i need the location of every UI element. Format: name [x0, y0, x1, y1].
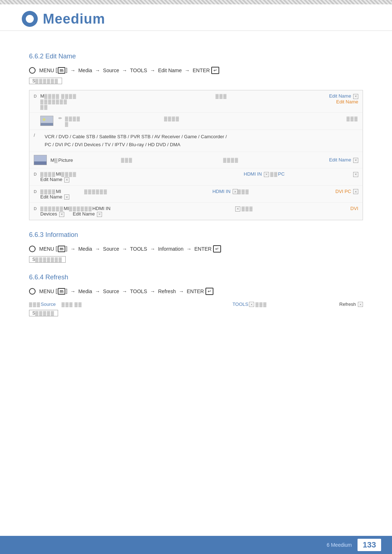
arrow-5b: →	[186, 246, 191, 252]
tools-word-2: TOOLS	[130, 246, 147, 252]
menu-path-664: MENU [m] → Media → Source → TOOLS → Refr…	[29, 288, 363, 295]
options-prefix: /	[34, 133, 45, 138]
row-content-2: ▓▓▓▓MI ▓▓▓▓▓▓ Edit Name ✕	[40, 189, 126, 200]
media-word-2: Media	[78, 246, 92, 252]
arrow-1: →	[70, 67, 75, 73]
footer: 6 Meedium 133	[0, 536, 392, 554]
menu-path-663: MENU [m] → Media → Source → TOOLS → Info…	[29, 245, 363, 253]
refresh-word: Refresh	[158, 288, 176, 294]
svg-rect-4	[34, 161, 46, 165]
svg-rect-1	[41, 123, 53, 126]
x-icon: ✕	[233, 189, 238, 194]
x-icon: ✕	[64, 194, 69, 200]
extra-blurred: ▓▓▓▓▓▓	[84, 189, 108, 194]
enter-word-2: ENTER	[194, 246, 211, 252]
circle-o-icon	[29, 67, 36, 74]
row-prefix-d1: D	[34, 171, 40, 176]
information-word: Information	[158, 246, 183, 252]
edit-name-value-1: Edit Name	[336, 99, 358, 104]
row-col1-sub: ▓▓▓▓▓▓▓	[40, 99, 99, 104]
editname-word: Edit Name	[158, 67, 181, 73]
options-row: / VCR / DVD / Cable STB / Satellite STB …	[29, 130, 363, 152]
screen-label-664: S▓▓▓▓▓	[29, 310, 363, 316]
menu-word-2: MENU	[39, 246, 54, 252]
main-content: 6.6.2 Edit Name MENU [m] → Media → Sourc…	[0, 31, 392, 344]
x-icon: ✕	[249, 302, 254, 307]
enter-icon-3: ↵	[205, 288, 213, 295]
tv-svg	[34, 155, 46, 165]
app-title: Meedium	[43, 11, 105, 27]
screen-label-663: S▓▓▓▓▓▓▓	[29, 256, 363, 263]
hdmi-in-text-2: HDMI IN ✕▓▓▓	[212, 189, 249, 194]
logo-inner	[26, 15, 34, 23]
options-content: VCR / DVD / Cable STB / Satellite STB / …	[45, 133, 227, 149]
x-icon: ✕	[353, 172, 358, 177]
refresh-col2: ▓▓▓ ▓▓	[61, 301, 82, 307]
arrow-3b: →	[122, 246, 127, 252]
enter-icon-2: ↵	[213, 245, 221, 253]
edit-name-label-1: Edit Name ✕	[329, 93, 358, 99]
logo-icon	[22, 11, 38, 27]
svg-point-2	[43, 118, 46, 121]
table-row: D ▓▓▓▓▓▓MI▓▓▓▓▓▓HDMI IN Devices ✕ Edit N…	[29, 203, 363, 220]
media-word: Media	[78, 67, 92, 73]
edit-name-sub3: Edit Name ✕	[73, 211, 102, 217]
x-col: ✕	[352, 171, 358, 177]
pic-col3: ▓▓▓▓	[223, 157, 239, 163]
section-662-heading: 6.6.2 Edit Name	[29, 53, 363, 60]
picture-main-row: M▓Picture ▓▓▓ ▓▓▓▓ Edit Name ✕	[29, 152, 363, 168]
menu-path-662: MENU [m] → Media → Source → TOOLS → Edit…	[29, 67, 363, 74]
source-word-3: Source	[103, 288, 119, 294]
menu-bracket-3: [m]	[56, 288, 67, 295]
mid-col: ▓▓▓▓	[164, 116, 180, 121]
dvi-col: DVI	[350, 206, 358, 211]
edit-name-label-pic: Edit Name ✕	[329, 157, 358, 163]
arrow-2c: →	[95, 288, 100, 294]
x-icon: ✕	[353, 189, 358, 194]
dvi-pc-col: DVI PC ✕	[335, 189, 358, 194]
pic-col2: ▓▓▓	[121, 157, 133, 163]
edit-name-sub1: Edit Name ✕	[40, 177, 108, 182]
refresh-info-row: ▓▓▓Source ▓▓▓ ▓▓ TOOLS✕ ▓▓▓ Refresh ✕	[29, 299, 363, 310]
tools-word-3: TOOLS	[130, 288, 147, 294]
source-word-2: Source	[103, 246, 119, 252]
x-icon: ✕	[235, 206, 240, 212]
section-664-heading: 6.6.4 Refresh	[29, 274, 363, 281]
row-mid: ▓▓▓	[216, 93, 227, 99]
enter-word-3: ENTER	[187, 288, 204, 294]
row-content: M▓▓▓▓ ▓▓▓▓ ▓▓▓▓▓▓▓ ▓▓	[40, 93, 99, 110]
arrow-5: →	[185, 67, 190, 73]
edit-name-sub2: Edit Name ✕	[40, 194, 126, 200]
screen-box: S▓▓▓▓▓▓	[29, 78, 62, 84]
arrow-4: →	[150, 67, 155, 73]
section-663-heading: 6.6.3 Information	[29, 231, 363, 239]
header: Meedium	[0, 4, 392, 31]
screen-box-663: S▓▓▓▓▓▓▓	[29, 256, 66, 263]
table-row: D ▓▓▓▓MI▓▓▓▓ Edit Name ✕ HDMI IN ✕ ▓▓PC …	[29, 168, 363, 186]
row-col1-sub2: ▓▓	[40, 104, 99, 110]
media-word-3: Media	[78, 288, 92, 294]
redacted-col: ▓▓▓▓ ▓	[65, 116, 81, 127]
refresh-label: Refresh ✕	[339, 301, 363, 307]
row-content-3: ▓▓▓▓▓▓MI▓▓▓▓▓▓HDMI IN Devices ✕ Edit Nam…	[40, 206, 137, 217]
arrow-3c: →	[122, 288, 127, 294]
arrow-1c: →	[70, 288, 75, 294]
devices-row: Devices ✕ Edit Name ✕	[40, 211, 137, 217]
top-decorative-bar	[0, 0, 392, 4]
row-col1-b: ▓▓▓▓MI ▓▓▓▓▓▓	[40, 189, 126, 194]
x-icon: ✕	[358, 302, 363, 307]
enter-icon: ↵	[211, 67, 219, 74]
table-row: D ▓▓▓▓MI ▓▓▓▓▓▓ Edit Name ✕ HDMI IN ✕▓▓▓…	[29, 186, 363, 203]
x-icon: ✕	[64, 177, 69, 182]
picture-label: M▓Picture	[50, 157, 73, 163]
menu-word-3: MENU	[39, 288, 54, 294]
tools-word: TOOLS	[130, 67, 147, 73]
menu-bracket-2: [m]	[56, 246, 67, 252]
arrow-4c: →	[150, 288, 155, 294]
table-row: D M▓▓▓▓ ▓▓▓▓ ▓▓▓▓▓▓▓ ▓▓ ▓▓▓ Edit Name ✕	[29, 90, 363, 113]
table-row: ✏ ▓▓▓▓ ▓ ▓▓▓▓ ▓▓▓	[29, 113, 363, 130]
screen-label-662: S▓▓▓▓▓▓	[29, 78, 363, 84]
arrow-5c: →	[179, 288, 184, 294]
source-label: ▓▓▓Source	[29, 301, 56, 307]
row-col1: M▓▓▓▓ ▓▓▓▓	[40, 93, 99, 99]
